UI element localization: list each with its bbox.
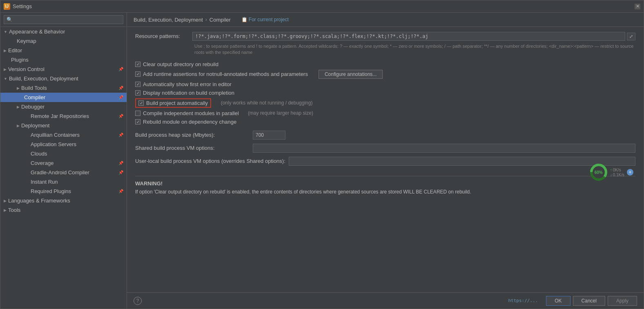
sidebar-item-instant-run[interactable]: Instant Run (0, 177, 127, 187)
perf-download: ↓ 0.1K/s (610, 173, 624, 177)
compile-parallel-hint: (may require larger heap size) (248, 110, 313, 116)
sidebar-item-remote-jar[interactable]: Remote Jar Repositories 📌 (0, 111, 127, 121)
close-button[interactable]: ✕ (635, 4, 640, 9)
auto-show-error-checkbox[interactable] (135, 82, 140, 87)
app-icon: IJ (4, 3, 10, 10)
perf-upload: ↑ 0K/s (610, 168, 624, 172)
pin-icon-vc: 📌 (118, 67, 123, 71)
settings-window: IJ Settings ✕ ▼ Appearance & Behavior Ke… (0, 0, 644, 309)
user-local-vm-label: User-local build process VM options (ove… (135, 158, 285, 164)
cancel-button[interactable]: Cancel (573, 296, 605, 306)
resource-patterns-row: Resource patterns: ⤢ (135, 32, 635, 41)
sidebar-item-keymap[interactable]: Keymap (0, 36, 127, 46)
chevron-down-icon-build: ▼ (4, 77, 7, 81)
sidebar-item-remote-jar-label: Remote Jar Repositories (31, 113, 89, 119)
rebuild-module-checkbox[interactable] (135, 119, 140, 124)
sidebar-item-gradle-android-label: Gradle-Android Compiler (31, 169, 89, 176)
sidebar-item-required-plugins[interactable]: Required Plugins 📌 (0, 187, 127, 196)
download-value: 0.1K/s (613, 173, 624, 177)
expand-perf-button[interactable]: + (627, 169, 633, 176)
sidebar-item-compiler-label: Compiler (24, 94, 45, 100)
pin-icon-coverage: 📌 (118, 161, 123, 165)
perf-percent: 60% (595, 170, 603, 175)
pin-icon-bt: 📌 (118, 86, 123, 90)
sidebar-item-gradle-android[interactable]: Gradle-Android Compiler 📌 (0, 168, 127, 177)
compile-parallel-row: Compile independent modules in parallel … (135, 109, 635, 118)
breadcrumb-current: Compiler (209, 17, 231, 23)
footer-buttons: OK Cancel Apply (546, 296, 637, 306)
sidebar-item-tools-label: Tools (8, 207, 20, 213)
chevron-right-icon-dbg: ▶ (17, 105, 20, 109)
shared-vm-row: Shared build process VM options: (135, 142, 635, 155)
content-header: Build, Execution, Deployment › Compiler … (127, 13, 644, 27)
up-arrow-icon: ↑ (610, 168, 612, 172)
window-title: Settings (13, 3, 32, 9)
sidebar-item-version-control[interactable]: ▶ Version Control 📌 (0, 64, 127, 74)
sidebar-item-debugger[interactable]: ▶ Debugger (0, 102, 127, 111)
compile-parallel-checkbox[interactable] (135, 111, 140, 116)
for-current-project-button[interactable]: 📋 For current project (238, 16, 292, 23)
sidebar-item-appearance-label: Appearance & Behavior (9, 29, 65, 35)
sidebar-item-editor[interactable]: ▶ Editor (0, 46, 127, 55)
add-runtime-label: Add runtime assertions for notnull-annot… (143, 71, 308, 77)
sidebar-item-build-execution[interactable]: ▼ Build, Execution, Deployment (0, 74, 127, 83)
sidebar-item-clouds[interactable]: Clouds (0, 149, 127, 158)
heap-size-label: Build process heap size (Mbytes): (135, 132, 250, 138)
chevron-right-icon-tools: ▶ (4, 208, 7, 212)
display-notification-checkbox[interactable] (135, 90, 140, 96)
sidebar-item-clouds-label: Clouds (31, 151, 47, 157)
resource-patterns-help: Use ; to separate patterns and ! to nega… (194, 43, 635, 56)
sidebar-item-build-tools[interactable]: ▶ Build Tools 📌 (0, 83, 127, 93)
resource-patterns-input[interactable] (192, 32, 625, 41)
display-notification-row: Display notification on build completion (135, 89, 635, 97)
sidebar-item-arquillian[interactable]: Arquillian Containers 📌 (0, 130, 127, 140)
expand-button[interactable]: ⤢ (627, 33, 635, 40)
perf-circle-container: 60% (590, 163, 608, 181)
build-auto-outer: Build project automatically (only works … (135, 97, 635, 109)
resource-patterns-label: Resource patterns: (135, 32, 192, 39)
sidebar-item-compiler[interactable]: Compiler 📌 (0, 93, 127, 102)
build-auto-label: Build project automatically (146, 100, 208, 106)
sidebar-item-app-servers-label: Application Servers (31, 141, 76, 147)
configure-annotations-button[interactable]: Configure annotations... (319, 70, 383, 79)
sidebar-item-languages-label: Languages & Frameworks (8, 198, 70, 204)
down-arrow-icon: ↓ (610, 173, 612, 177)
sidebar-item-app-servers[interactable]: Application Servers (0, 140, 127, 149)
sidebar-item-appearance[interactable]: ▼ Appearance & Behavior (0, 27, 127, 36)
main-content: ▼ Appearance & Behavior Keymap ▶ Editor … (0, 13, 644, 309)
title-bar: IJ Settings ✕ (0, 0, 644, 13)
chevron-right-icon-vc: ▶ (4, 67, 7, 71)
display-notification-label: Display notification on build completion (143, 90, 234, 96)
help-button[interactable]: ? (134, 297, 142, 305)
add-runtime-checkbox[interactable] (135, 71, 140, 77)
pin-icon-gradle: 📌 (118, 170, 123, 175)
sidebar-item-keymap-label: Keymap (17, 38, 36, 44)
pin-icon-remote: 📌 (118, 114, 123, 118)
apply-button[interactable]: Apply (608, 296, 637, 306)
shared-vm-label: Shared build process VM options: (135, 145, 250, 151)
search-input[interactable] (4, 15, 123, 24)
chevron-right-icon-dep: ▶ (17, 124, 20, 128)
sidebar-item-deployment[interactable]: ▶ Deployment (0, 121, 127, 130)
sidebar-item-required-plugins-label: Required Plugins (31, 188, 71, 194)
heap-size-input[interactable] (253, 131, 285, 140)
compile-parallel-label: Compile independent modules in parallel (143, 110, 239, 116)
sidebar-item-build-label: Build, Execution, Deployment (9, 76, 78, 82)
add-runtime-row: Add runtime assertions for notnull-annot… (135, 69, 635, 80)
search-box (0, 13, 127, 27)
build-auto-checkbox[interactable] (138, 100, 144, 106)
sidebar-item-deployment-label: Deployment (21, 122, 49, 129)
sidebar-item-coverage[interactable]: Coverage 📌 (0, 158, 127, 168)
footer-status: https://... (508, 298, 538, 303)
content-body: Resource patterns: ⤢ Use ; to separate p… (127, 27, 644, 292)
clear-output-checkbox[interactable] (135, 62, 140, 67)
shared-vm-input[interactable] (253, 144, 635, 153)
build-auto-highlighted-row: Build project automatically (135, 98, 211, 108)
sidebar-item-plugins[interactable]: Plugins (0, 55, 127, 64)
user-local-vm-input[interactable] (289, 157, 635, 166)
sidebar-item-tools[interactable]: ▶ Tools (0, 205, 127, 215)
warning-title: WARNING! (135, 180, 635, 187)
sidebar-item-languages[interactable]: ▶ Languages & Frameworks (0, 196, 127, 205)
ok-button[interactable]: OK (546, 296, 570, 306)
heap-size-row: Build process heap size (Mbytes): (135, 129, 635, 142)
